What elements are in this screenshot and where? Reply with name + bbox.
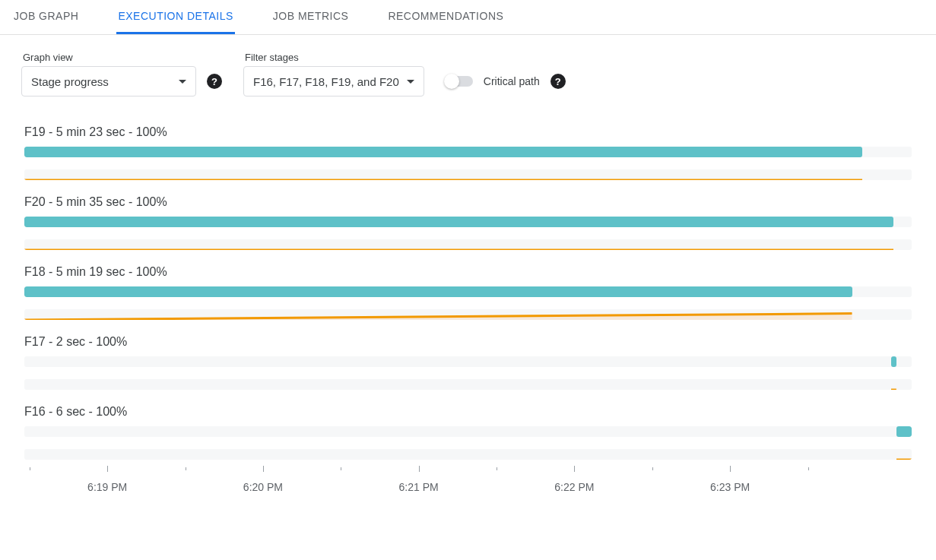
stage-sparkline-track[interactable] <box>24 379 912 390</box>
stage-bar-track[interactable] <box>24 356 912 367</box>
sparkline-icon <box>896 449 912 460</box>
stage-sparkline-track[interactable] <box>24 309 912 320</box>
graph-view-group: Graph view Stage progress ? <box>21 52 222 96</box>
sparkline-icon <box>891 379 896 390</box>
filter-stages-group: Filter stages F16, F17, F18, F19, and F2… <box>243 52 424 96</box>
stage-title: F18 - 5 min 19 sec - 100% <box>24 265 912 279</box>
help-icon[interactable]: ? <box>207 74 222 89</box>
axis-tick-minor <box>341 467 341 470</box>
stage-sparkline-track[interactable] <box>24 169 912 180</box>
axis-tick-label: 6:20 PM <box>243 481 283 493</box>
controls-row: Graph view Stage progress ? Filter stage… <box>0 35 936 110</box>
filter-stages-label: Filter stages <box>245 52 424 63</box>
time-axis: 6:19 PM6:20 PM6:21 PM6:22 PM6:23 PM <box>24 466 912 504</box>
tab-job-metrics[interactable]: JOB METRICS <box>271 0 351 34</box>
tab-job-graph[interactable]: JOB GRAPH <box>12 0 80 34</box>
graph-view-label: Graph view <box>23 52 222 63</box>
axis-tick-label: 6:23 PM <box>710 481 750 493</box>
sparkline-icon <box>24 169 862 180</box>
stage-title: F20 - 5 min 35 sec - 100% <box>24 195 912 209</box>
sparkline-icon <box>24 239 893 250</box>
axis-tick-label: 6:21 PM <box>399 481 439 493</box>
stage-bar <box>24 147 862 157</box>
stage-sparkline-track[interactable] <box>24 449 912 460</box>
stage-title: F17 - 2 sec - 100% <box>24 335 912 349</box>
stage-bar-track[interactable] <box>24 147 912 157</box>
chevron-down-icon <box>179 80 186 84</box>
stage-bar <box>896 426 912 437</box>
stage-title: F19 - 5 min 23 sec - 100% <box>24 125 912 139</box>
axis-tick-minor <box>652 467 653 470</box>
tabs-bar: JOB GRAPH EXECUTION DETAILS JOB METRICS … <box>0 0 936 35</box>
stage-bar <box>24 286 852 297</box>
tab-execution-details[interactable]: EXECUTION DETAILS <box>116 0 234 34</box>
axis-tick-label: 6:22 PM <box>554 481 594 493</box>
stage-bar <box>891 356 896 367</box>
graph-view-select[interactable]: Stage progress <box>21 66 196 96</box>
stage-sparkline-track[interactable] <box>24 239 912 250</box>
axis-tick-label: 6:19 PM <box>87 481 127 493</box>
help-icon[interactable]: ? <box>550 74 566 89</box>
filter-stages-select[interactable]: F16, F17, F18, F19, and F20 <box>243 66 424 96</box>
axis-tick <box>574 466 575 472</box>
axis-tick-minor <box>186 467 186 470</box>
tab-recommendations[interactable]: RECOMMENDATIONS <box>386 0 505 34</box>
critical-path-toggle[interactable] <box>446 76 473 87</box>
filter-stages-value: F16, F17, F18, F19, and F20 <box>253 75 399 88</box>
stage-bar-track[interactable] <box>24 426 912 437</box>
stage-title: F16 - 6 sec - 100% <box>24 405 912 419</box>
chevron-down-icon <box>407 80 414 84</box>
stage-bar <box>24 217 893 227</box>
stage-progress-chart: F19 - 5 min 23 sec - 100%F20 - 5 min 35 … <box>0 125 936 504</box>
graph-view-value: Stage progress <box>31 75 109 88</box>
axis-tick-minor <box>30 467 30 470</box>
axis-tick <box>730 466 731 472</box>
axis-tick <box>263 466 264 472</box>
stage-bar-track[interactable] <box>24 286 912 297</box>
stage-bar-track[interactable] <box>24 217 912 227</box>
critical-path-group: Critical path ? <box>446 66 566 96</box>
axis-tick-minor <box>808 467 809 470</box>
axis-tick <box>107 466 108 472</box>
sparkline-icon <box>24 309 852 320</box>
axis-tick <box>419 466 420 472</box>
critical-path-label: Critical path <box>484 75 540 87</box>
axis-tick-minor <box>497 467 497 470</box>
